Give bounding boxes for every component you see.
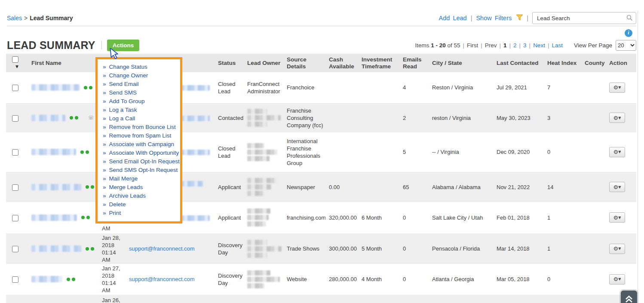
row-actions-gear-button[interactable]: ⚙▼ [609, 83, 625, 93]
column-header-county: County [581, 54, 606, 72]
investment-timeframe-cell: 5 Month [358, 233, 399, 264]
row-checkbox[interactable] [12, 149, 18, 156]
items-label: Items [415, 42, 431, 49]
last-contacted-cell: Jul 29, 2021 [493, 72, 544, 103]
redacted-owner [247, 253, 267, 258]
entry-date-line: Jan 27, [102, 265, 122, 272]
lead-search-input[interactable] [532, 12, 636, 24]
menu-item-print[interactable]: »Print [98, 209, 180, 217]
table-row: Jan 26, [6, 295, 636, 303]
row-checkbox[interactable] [12, 246, 18, 252]
email-link[interactable]: support@franconnect.com [129, 245, 195, 252]
status-cell: Closed Lead [215, 72, 244, 103]
show-filters-link[interactable]: Show Filters [476, 15, 512, 21]
page-number-2[interactable]: 2 [513, 42, 517, 49]
row-actions-gear-button[interactable]: ⚙▼ [609, 244, 625, 254]
add-lead-link[interactable]: Add Lead [439, 15, 467, 21]
chevron-down-icon: ▼ [618, 185, 621, 189]
menu-item-log-a-call[interactable]: »Log a Call [98, 114, 180, 123]
filter-funnel-icon[interactable] [516, 15, 523, 22]
city-state-cell: -- / Virginia [429, 132, 493, 172]
menu-item-label: Delete [109, 201, 126, 208]
menu-item-log-a-task[interactable]: »Log a Task [98, 106, 180, 114]
menu-item-remove-from-spam-list[interactable]: »Remove from Spam List [98, 132, 180, 140]
page-next[interactable]: Next [533, 42, 545, 49]
lead-summary-page: Sales>Lead Summary Add Lead | Show Filte… [0, 0, 644, 303]
menu-item-add-to-group[interactable]: »Add To Group [98, 97, 180, 106]
menu-item-send-email[interactable]: »Send Email [98, 80, 180, 89]
info-icon[interactable]: i [625, 29, 632, 37]
double-chevron-icon: » [103, 64, 106, 70]
row-actions-gear-button[interactable]: ⚙▼ [609, 274, 625, 285]
menu-item-associate-with-campaign[interactable]: »Associate with Campaign [98, 140, 180, 149]
row-checkbox[interactable] [12, 115, 18, 122]
page-number-1[interactable]: 1 [503, 42, 507, 49]
status-dot-icon [89, 86, 92, 89]
menu-item-delete[interactable]: »Delete [98, 200, 180, 209]
redacted-first-name [31, 84, 80, 91]
page-number-3[interactable]: 3 [523, 42, 527, 49]
row-actions-gear-button[interactable]: ⚙▼ [609, 113, 625, 123]
investment-timeframe-cell [358, 103, 399, 132]
city-state-cell: Pensacola / Florida [429, 233, 493, 264]
redacted-owner [247, 109, 267, 114]
page-first[interactable]: First [467, 42, 478, 49]
heat-index-cell: 1 [544, 202, 581, 233]
breadcrumb-sales-link[interactable]: Sales [7, 15, 22, 21]
page-prev[interactable]: Prev [485, 42, 497, 49]
menu-item-merge-leads[interactable]: »Merge Leads [98, 183, 180, 192]
last-contacted-cell: Dec 09, 2020 [493, 132, 544, 172]
row-actions-gear-button[interactable]: ⚙▼ [609, 182, 625, 192]
email-link[interactable]: support@franconnect.com [129, 276, 195, 282]
menu-item-change-owner[interactable]: »Change Owner [98, 71, 180, 80]
entry-date-cell: Jan 27,201801:14 AM [96, 264, 123, 295]
heat-index-cell: 7 [544, 72, 581, 103]
row-checkbox[interactable] [12, 215, 18, 221]
row-checkbox[interactable] [12, 184, 18, 191]
row-actions-gear-button[interactable]: ⚙▼ [609, 212, 625, 223]
last-contacted-cell: Nov 21, 2022 [493, 172, 544, 202]
menu-item-send-sms-opt-in-request[interactable]: »Send SMS Opt-In Request [98, 166, 180, 174]
menu-item-mail-merge[interactable]: »Mail Merge [98, 174, 180, 183]
menu-item-change-status[interactable]: »Change Status [98, 63, 180, 71]
double-chevron-icon: » [103, 167, 106, 173]
select-all-checkbox[interactable] [12, 56, 18, 63]
menu-item-associate-with-opportunity[interactable]: »Associate With Opportunity [98, 149, 180, 157]
search-icon[interactable] [626, 15, 633, 22]
row-checkbox[interactable] [12, 276, 18, 283]
city-state-cell: Reston / Virginia [429, 72, 493, 103]
menu-item-label: Change Owner [109, 72, 148, 79]
menu-item-send-email-opt-in-request[interactable]: »Send Email Opt-In Request [98, 157, 180, 166]
status-dot-icon [91, 185, 94, 189]
menu-item-remove-from-bounce-list[interactable]: »Remove from Bounce List [98, 123, 180, 132]
menu-item-label: Log a Call [109, 115, 135, 122]
county-cell [581, 264, 606, 295]
chevron-down-icon[interactable]: ▼ [15, 64, 18, 69]
row-actions-gear-button[interactable]: ⚙▼ [609, 147, 625, 157]
column-header-cash-available: Cash Available [325, 54, 358, 72]
divider: | [519, 42, 521, 49]
row-checkbox[interactable] [12, 85, 18, 91]
double-chevron-icon: » [103, 81, 106, 87]
emails-read-cell: 0 [399, 264, 429, 295]
menu-item-send-sms[interactable]: »Send SMS [98, 89, 180, 97]
menu-item-archive-leads[interactable]: »Archive Leads [98, 192, 180, 200]
redacted-first-name [31, 276, 62, 282]
row-select-cell [6, 172, 26, 202]
divider [7, 26, 636, 26]
cash-available-cell: 280,000.00 [325, 264, 358, 295]
email-cell: support@franconnect.com [123, 233, 215, 264]
redacted-first-name [31, 149, 76, 155]
redacted-owner [247, 208, 270, 214]
status-cell: Discovery Day [215, 233, 244, 264]
menu-item-label: Change Status [109, 64, 147, 70]
redacted-owner [247, 191, 264, 196]
row-select-cell [6, 72, 26, 103]
page-last[interactable]: Last [552, 42, 563, 49]
redacted-owner [247, 178, 276, 183]
last-contacted-cell: Mar 14, 2018 [493, 233, 544, 264]
scroll-to-top-button[interactable] [621, 291, 637, 303]
menu-item-label: Archive Leads [109, 193, 146, 199]
menu-item-label: Log a Task [109, 107, 137, 113]
view-per-page-select[interactable]: 20 [616, 40, 636, 51]
